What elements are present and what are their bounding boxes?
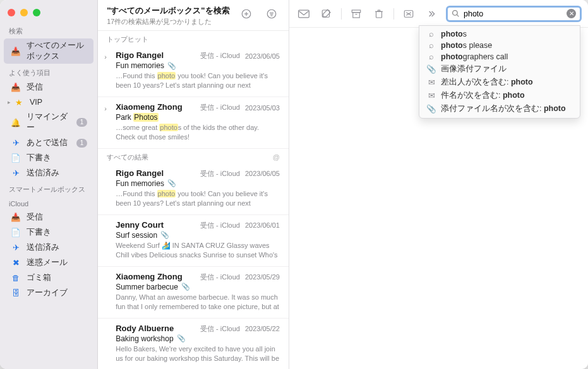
toolbar-separator: [393, 8, 394, 20]
search-suggestion[interactable]: ✉件名が次を含む: photo: [419, 89, 580, 102]
mailbox-label: ゴミ箱: [27, 272, 87, 283]
unread-badge: 1: [76, 118, 88, 127]
message-list-pane: "すべてのメールボックス"を検索 17件の検索結果が見つかりました トップヒット…: [98, 0, 289, 369]
attachment-icon: 📎: [160, 231, 169, 239]
mailbox-icon: ✈: [10, 168, 21, 178]
section-all-results: すべての結果@: [98, 149, 289, 163]
new-message-icon[interactable]: [238, 6, 255, 21]
sidebar-item-vip[interactable]: ▸★VIP: [4, 95, 93, 109]
minimize-window-button[interactable]: [20, 9, 28, 16]
toolbar: ✕: [289, 0, 588, 28]
mailbox-label: VIP: [30, 98, 87, 107]
attachment-icon: 📎: [177, 334, 186, 343]
archive-icon[interactable]: [348, 6, 364, 21]
mailbox-label: アーカイブ: [27, 288, 87, 298]
compose-icon[interactable]: [318, 6, 335, 21]
sender-name: Xiaomeng Zhong: [116, 102, 182, 112]
thread-chevron-icon[interactable]: ›: [104, 105, 107, 112]
search-suggestion[interactable]: ✉差出人が次を含む: photo: [419, 76, 580, 89]
suggestion-text: photographers call: [441, 52, 508, 61]
attachment-icon: 📎: [167, 62, 176, 70]
message-preview: Weekend Surf 🏄 IN SANTA CRUZ Glassy wave…: [116, 241, 280, 260]
message-row[interactable]: ›Rigo Rangel受信 - iCloud2023/06/05Fun mem…: [98, 45, 289, 97]
message-date: 2023/05/22: [245, 325, 280, 332]
mark-read-icon[interactable]: [296, 6, 312, 21]
zoom-window-button[interactable]: [33, 9, 40, 16]
sidebar-item-inbox[interactable]: 📥受信: [4, 80, 93, 95]
mailbox-label: あとで送信: [27, 138, 71, 148]
mailbox-label: 送信済み: [27, 168, 87, 179]
search-input[interactable]: [464, 9, 563, 18]
sidebar-item-icloud-archive[interactable]: 🗄アーカイブ: [4, 286, 93, 300]
search-suggestion[interactable]: ⌕photos please: [419, 40, 580, 51]
message-row[interactable]: Rody Albuerne受信 - iCloud2023/05/22Baking…: [98, 319, 289, 369]
message-preview: Hello Bakers, We're very excited to have…: [116, 344, 280, 363]
junk-icon[interactable]: [400, 6, 417, 21]
unread-badge: 1: [76, 139, 88, 148]
window-controls: [0, 5, 97, 23]
sidebar-item-icloud-junk[interactable]: ✖迷惑メール: [4, 255, 93, 270]
message-date: 2023/05/29: [245, 273, 280, 281]
mailbox-icon: ✈: [10, 243, 21, 252]
mailbox-icon: 📄: [10, 153, 21, 163]
search-icon: [452, 9, 460, 18]
message-list[interactable]: トップヒット›Rigo Rangel受信 - iCloud2023/06/05F…: [98, 31, 289, 369]
thread-chevron-icon[interactable]: ›: [104, 53, 107, 61]
sender-name: Xiaomeng Zhong: [116, 272, 182, 281]
toolbar-separator: [341, 8, 342, 20]
sidebar-section-title: スマートメールボックス: [0, 181, 97, 196]
mailbox-icon: 🔔: [10, 118, 21, 127]
account-label: 受信 - iCloud: [200, 221, 240, 230]
sidebar-item-icloud-trash[interactable]: 🗑ゴミ箱: [4, 271, 93, 285]
sidebar-item-send-later[interactable]: ✈あとで送信1: [4, 136, 93, 150]
suggestion-icon: 📎: [427, 64, 436, 74]
search-field[interactable]: ✕: [446, 6, 582, 22]
svg-rect-12: [376, 11, 382, 18]
sidebar-item-sent[interactable]: ✈送信済み: [4, 166, 93, 180]
account-label: 受信 - iCloud: [200, 169, 240, 179]
message-preview: …Found this photo you took! Can you beli…: [116, 71, 280, 90]
account-label: 受信 - iCloud: [200, 103, 240, 112]
mailbox-icon: ✈: [10, 138, 21, 148]
message-row[interactable]: Xiaomeng Zhong受信 - iCloud2023/05/29Summe…: [98, 267, 289, 319]
message-row[interactable]: Rigo Rangel受信 - iCloud2023/06/05Fun memo…: [98, 163, 289, 215]
mailbox-icon: 📥: [10, 213, 21, 222]
search-suggestions: ⌕photos⌕photos please⌕photographers call…: [419, 25, 580, 119]
mailbox-icon: 📄: [10, 228, 21, 237]
search-suggestion[interactable]: ⌕photos: [419, 28, 580, 40]
sidebar-item-all-mailboxes[interactable]: 📥すべてのメールボックス: [4, 38, 93, 64]
filter-icon[interactable]: [263, 6, 280, 21]
search-suggestion[interactable]: 📎添付ファイル名が次を含む: photo: [419, 102, 580, 115]
sidebar-item-drafts[interactable]: 📄下書き: [4, 151, 93, 165]
attachment-icon: 📎: [167, 179, 176, 187]
search-suggestion[interactable]: ⌕photographers call: [419, 51, 580, 62]
clear-search-icon[interactable]: ✕: [567, 9, 576, 18]
suggestion-icon: ✉: [427, 91, 436, 100]
mailbox-icon: ✖: [10, 258, 21, 267]
message-date: 2023/06/05: [245, 52, 280, 60]
more-icon[interactable]: [423, 6, 440, 21]
contact-icon: @: [273, 153, 280, 161]
svg-point-3: [267, 9, 276, 18]
suggestion-text: 画像添付ファイル: [441, 64, 507, 74]
message-subject: Baking workshop: [116, 334, 173, 343]
mailbox-label: 下書き: [27, 227, 87, 238]
close-window-button[interactable]: [8, 9, 15, 16]
mailbox-label: 受信: [27, 212, 87, 223]
message-row[interactable]: Jenny Court受信 - iCloud2023/06/01Surf ses…: [98, 215, 289, 267]
svg-rect-7: [299, 10, 309, 18]
search-suggestion[interactable]: 📎画像添付ファイル: [419, 62, 580, 76]
trash-icon[interactable]: [371, 6, 387, 21]
sidebar-item-icloud-sent[interactable]: ✈送信済み: [4, 240, 93, 255]
message-row[interactable]: ›Xiaomeng Zhong受信 - iCloud2023/05/03Park…: [98, 97, 289, 149]
account-label: 受信 - iCloud: [200, 272, 240, 282]
sender-name: Rody Albuerne: [116, 324, 174, 333]
message-list-header: "すべてのメールボックス"を検索 17件の検索結果が見つかりました: [98, 0, 289, 31]
message-subject: Fun memories: [116, 61, 164, 70]
suggestion-icon: ⌕: [427, 41, 436, 50]
search-scope-title: "すべてのメールボックス"を検索: [107, 5, 238, 16]
sidebar-item-reminders[interactable]: 🔔リマインダー1: [4, 110, 93, 135]
sidebar-item-icloud-inbox[interactable]: 📥受信: [4, 210, 93, 225]
sidebar-item-icloud-drafts[interactable]: 📄下書き: [4, 225, 93, 240]
account-label: 受信 - iCloud: [200, 324, 240, 334]
